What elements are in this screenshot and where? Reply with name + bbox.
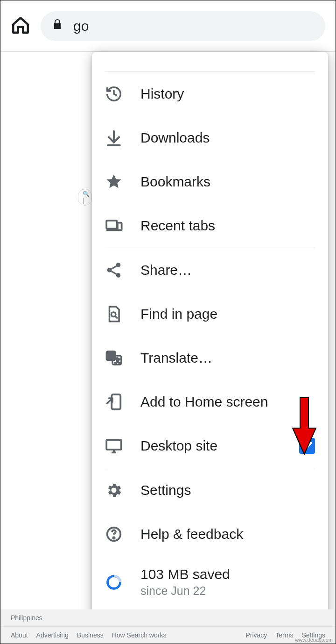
svg-point-5 [116,263,121,267]
svg-point-10 [111,312,116,317]
annotation-arrow [291,395,318,456]
page-footer: Philippines About Advertising Business H… [0,609,336,644]
menu-item-help[interactable]: Help & feedback [92,512,328,556]
menu-item-recent-tabs[interactable]: Recent tabs [92,204,328,248]
footer-link[interactable]: Advertising [36,631,69,639]
history-icon [105,85,123,103]
menu-item-data-saver[interactable]: 103 MB saved since Jun 22 [92,556,328,608]
svg-rect-17 [106,440,121,450]
menu-item-settings[interactable]: Settings [92,468,328,512]
svg-point-7 [116,273,121,278]
menu-label: Recent tabs [140,218,215,234]
svg-point-21 [113,537,114,538]
menu-item-bookmarks[interactable]: Bookmarks [92,160,328,204]
menu-label: Help & feedback [140,526,243,542]
search-input-stub[interactable]: 🔍 | [78,189,92,206]
url-text: go [73,18,89,34]
menu-label: Translate… [140,350,212,366]
recent-tabs-icon [105,217,123,235]
menu-label: Desktop site [140,438,217,454]
menu-label: Settings [140,482,191,498]
menu-label: Downloads [140,130,210,146]
menu-label: Bookmarks [140,174,210,190]
svg-text:文: 文 [115,358,121,364]
svg-point-6 [107,268,112,272]
settings-icon [105,481,123,499]
menu-label: Add to Home screen [140,394,268,410]
footer-link[interactable]: Business [77,631,104,639]
menu-item-translate[interactable]: G文 Translate… [92,336,328,380]
lock-icon [52,17,63,35]
browser-toolbar: go [0,0,336,52]
menu-label: Share… [140,262,192,278]
footer-link[interactable]: About [11,631,28,639]
menu-sublabel: since Jun 22 [140,584,230,598]
translate-icon: G文 [105,349,123,367]
downloads-icon [105,129,123,147]
watermark: www.deuaq.com [295,637,333,643]
menu-label: History [140,86,184,102]
footer-links-left: About Advertising Business How Search wo… [11,631,166,639]
svg-line-11 [115,316,118,319]
overflow-menu: History Downloads Bookmarks Recent tabs [92,52,328,644]
footer-link[interactable]: How Search works [112,631,167,639]
menu-label: 103 MB saved [140,566,230,582]
menu-item-share[interactable]: Share… [92,248,328,292]
menu-item-history[interactable]: History [92,72,328,116]
data-saver-icon [105,573,123,591]
svg-rect-4 [118,223,122,230]
footer-link[interactable]: Privacy [245,631,267,639]
find-in-page-icon [105,305,123,323]
svg-line-9 [111,271,116,274]
menu-label: Find in page [140,306,217,322]
add-to-home-icon [105,393,123,411]
bookmarks-icon [105,173,123,191]
url-bar[interactable]: go [41,11,325,41]
home-icon[interactable] [11,15,30,37]
menu-item-find-in-page[interactable]: Find in page [92,292,328,336]
footer-link[interactable]: Terms [275,631,293,639]
footer-region: Philippines [0,609,336,627]
desktop-site-icon [105,437,123,455]
svg-rect-2 [106,221,117,229]
share-icon [105,261,123,279]
menu-item-downloads[interactable]: Downloads [92,116,328,160]
svg-line-8 [111,266,116,269]
help-icon [105,525,123,543]
